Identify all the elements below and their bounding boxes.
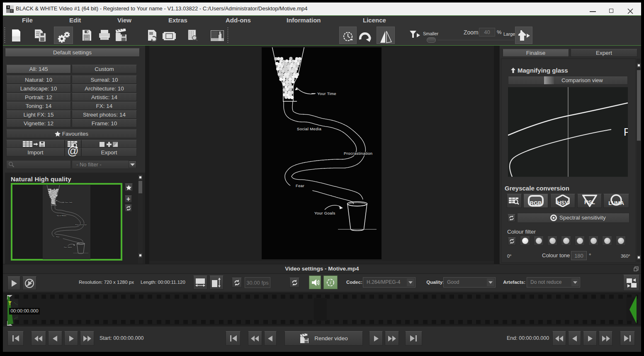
- svg-text:LUMA: LUMA: [608, 200, 624, 206]
- svg-text:P: P: [624, 126, 628, 138]
- svg-text:HSV: HSV: [557, 200, 569, 206]
- svg-text:i: i: [330, 280, 331, 285]
- svg-text:RGB: RGB: [530, 200, 542, 206]
- svg-text:HSL: HSL: [584, 199, 595, 205]
